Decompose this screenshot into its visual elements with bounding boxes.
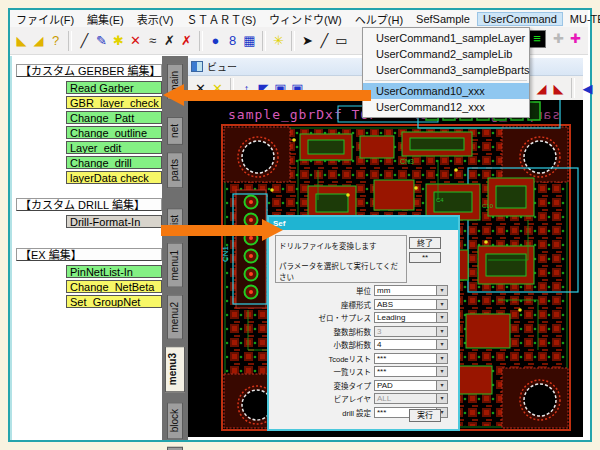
layers-icon[interactable]: ≡: [528, 30, 546, 48]
menu-item[interactable]: MU-TEC: [564, 12, 600, 26]
field-combobox[interactable]: *** ▾: [374, 353, 448, 364]
sidebar-button[interactable]: GBR_layer_check: [66, 96, 162, 109]
pick-query-icon[interactable]: ?: [47, 31, 64, 50]
sidebar-button[interactable]: layerData check: [66, 171, 162, 184]
sidebar-button[interactable]: Layer_edit: [66, 141, 162, 154]
delete-line-icon[interactable]: ✗: [161, 31, 178, 50]
zoom-in-corner-icon[interactable]: ◢: [533, 79, 550, 98]
zoom-out-corner-icon[interactable]: ◣: [550, 79, 567, 98]
menu-tab[interactable]: menu1: [167, 243, 183, 288]
dropdown-item[interactable]: UserCommand10_xxx: [363, 83, 529, 99]
chevron-down-icon[interactable]: ▾: [436, 394, 447, 403]
draw-rect-icon[interactable]: ▭: [333, 31, 350, 50]
move-cross-icon[interactable]: ✚: [550, 29, 567, 48]
delete-cross-icon[interactable]: ✗: [178, 31, 195, 50]
sidebar-button[interactable]: Change_Patt: [66, 111, 162, 124]
dialog-field-row: 単位 mm ▾: [271, 285, 456, 296]
sidebar-button[interactable]: Drill-Format-In: [66, 215, 162, 228]
combobox-value: 4: [377, 340, 381, 349]
dialog-field-row: ビアレイヤ ALL ▾: [271, 393, 456, 404]
dropdown-item[interactable]: UserCommand2_sampleLib: [363, 46, 529, 62]
chevron-down-icon[interactable]: ▾: [436, 340, 447, 349]
sef-dialog: Sef ドリルファイルを変換します パラメータを選択して実行してください 終了 …: [267, 215, 460, 431]
cursor-icon[interactable]: ➤: [299, 31, 316, 50]
field-combobox[interactable]: ABS ▾: [374, 299, 448, 310]
flash-mark-icon[interactable]: ✳: [270, 31, 287, 50]
sidebar-button[interactable]: 【EX 編集】: [16, 248, 162, 261]
toolbar-icon[interactable]: [291, 31, 295, 51]
menu-item[interactable]: ＳＴＡＲＴ(S): [180, 10, 262, 28]
dropdown-item[interactable]: [365, 80, 527, 81]
menu-tab[interactable]: block: [167, 402, 183, 439]
sidebar-button[interactable]: Set_GroupNet: [66, 295, 162, 308]
sidebar-button[interactable]: Change_NetBeta: [66, 280, 162, 293]
sidebar-button[interactable]: PinNetList-In: [66, 265, 162, 278]
toolbar-icon[interactable]: [68, 31, 72, 51]
field-combobox[interactable]: 4 ▾: [374, 339, 448, 350]
menu-item[interactable]: 表示(V): [131, 10, 180, 28]
chevron-down-icon[interactable]: ▾: [436, 381, 447, 390]
sidebar-button[interactable]: Change_outline: [66, 126, 162, 139]
menu-item[interactable]: SefSample: [410, 12, 476, 26]
pick-add-icon[interactable]: ◣: [13, 31, 30, 50]
dialog-title-bar[interactable]: Sef: [269, 217, 458, 230]
move-cross-active-icon[interactable]: ✚: [567, 29, 584, 48]
chevron-down-icon[interactable]: ▾: [436, 313, 447, 322]
dropdown-item[interactable]: UserCommand1_sampleLayer: [363, 30, 529, 46]
field-combobox[interactable]: Leading ▾: [374, 312, 448, 323]
chevron-down-icon[interactable]: ▾: [436, 354, 447, 363]
field-combobox[interactable]: 3 ▾: [374, 326, 448, 337]
annotation-arrow-read-garber: [184, 90, 371, 101]
round-pad-icon[interactable]: ●: [207, 31, 224, 50]
chevron-down-icon[interactable]: ▾: [436, 300, 447, 309]
field-combobox[interactable]: mm ▾: [374, 285, 448, 296]
stack-pad-icon[interactable]: 8: [224, 31, 241, 50]
menu-item[interactable]: ファイル(F): [10, 10, 80, 28]
line-tool-icon[interactable]: ╱: [76, 31, 93, 50]
view-window-icon: [191, 61, 203, 72]
pick-move-icon[interactable]: ◢: [30, 31, 47, 50]
menu-tab[interactable]: menu2: [167, 295, 183, 340]
menu-item[interactable]: UserCommand: [477, 12, 563, 26]
chevron-down-icon[interactable]: ▾: [436, 286, 447, 295]
chevron-down-icon[interactable]: ▾: [436, 367, 447, 376]
field-combobox[interactable]: ALL ▾: [374, 393, 448, 404]
chevron-down-icon[interactable]: ▾: [436, 327, 447, 336]
menu-item[interactable]: ヘルプ(H): [349, 10, 409, 28]
field-label: 単位: [271, 285, 374, 296]
dropdown-item[interactable]: UserCommand3_sampleBparts: [363, 62, 529, 78]
pan-left-icon[interactable]: ◀: [579, 79, 596, 98]
field-label: ゼロ・サプレス: [271, 312, 374, 323]
toolbar-icon[interactable]: [262, 31, 266, 51]
field-label: drill 設定: [271, 407, 374, 418]
delete-pad-icon[interactable]: ✕: [127, 31, 144, 50]
menu-tab[interactable]: net: [167, 117, 183, 145]
toolbar-icon[interactable]: [199, 31, 203, 51]
menu-item[interactable]: ウィンドウ(W): [263, 10, 348, 28]
combobox-value: ALL: [377, 394, 391, 403]
view-toolbar-icon[interactable]: [571, 78, 575, 98]
field-combobox[interactable]: *** ▾: [374, 366, 448, 377]
combobox-value: ABS: [377, 300, 393, 309]
menu-item[interactable]: 編集(E): [81, 10, 130, 28]
help-button[interactable]: **: [409, 252, 441, 263]
flash-tool-icon[interactable]: ✱: [110, 31, 127, 50]
board-title-text: sample_gbrDxf TOP: [228, 107, 378, 122]
sidebar-button[interactable]: 【カスタム DRILL 編集】: [16, 198, 162, 211]
parallel-lines-icon[interactable]: ≈: [144, 31, 161, 50]
run-button[interactable]: 実行: [409, 409, 441, 422]
dropdown-item[interactable]: UserCommand12_xxx: [363, 99, 529, 115]
exit-button[interactable]: 終了: [409, 237, 441, 249]
array-pad-icon[interactable]: ▦: [241, 31, 258, 50]
sidebar-button[interactable]: Change_drill: [66, 156, 162, 169]
custom-command-sidebar: 【カスタム GERBER 編集】Read GarberGBR_layer_che…: [10, 56, 162, 440]
combobox-value: ***: [377, 367, 386, 376]
sidebar-button[interactable]: 【カスタム GERBER 編集】: [16, 64, 162, 77]
draw-line-icon[interactable]: ╱: [316, 31, 333, 50]
field-combobox[interactable]: PAD ▾: [374, 380, 448, 391]
sidebar-button[interactable]: Read Garber: [66, 81, 162, 94]
menu-tab[interactable]: menu3: [165, 346, 185, 392]
combobox-value: 3: [377, 327, 381, 336]
menu-tab[interactable]: parts: [167, 152, 183, 188]
edit-query-icon[interactable]: ✎: [93, 31, 110, 50]
